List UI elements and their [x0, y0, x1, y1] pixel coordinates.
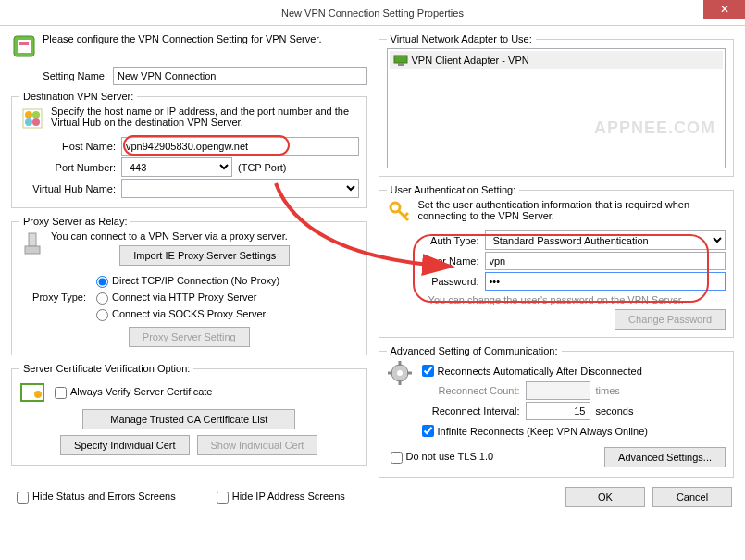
destination-desc: Specify the host name or IP address, and…: [51, 106, 359, 128]
cancel-button[interactable]: Cancel: [652, 487, 732, 507]
close-button[interactable]: ✕: [703, 0, 745, 19]
proxy-radio-socks[interactable]: [96, 309, 108, 321]
svg-rect-14: [398, 63, 404, 66]
cert-legend: Server Certificate Verification Option:: [19, 363, 193, 374]
change-password-button[interactable]: Change Password: [615, 309, 726, 330]
window-title: New VPN Connection Setting Properties: [281, 7, 464, 19]
adapter-legend: Virtual Network Adapter to Use:: [387, 33, 536, 44]
password-hint: You can change the user's password on th…: [387, 294, 726, 305]
auth-type-select[interactable]: Standard Password Authentication: [485, 230, 726, 250]
setting-name-input[interactable]: [113, 67, 367, 85]
password-input[interactable]: [485, 272, 726, 291]
adapter-list[interactable]: VPN Client Adapter - VPN APPNEE.COM: [387, 48, 726, 168]
reconnect-interval-label: Reconnect Interval:: [418, 405, 526, 417]
no-tls-checkbox[interactable]: Do not use TLS 1.0: [387, 449, 494, 467]
hide-ip-checkbox[interactable]: Hide IP Address Screens: [213, 489, 345, 506]
hub-select[interactable]: [121, 179, 359, 198]
reconnect-count-input[interactable]: [526, 381, 590, 400]
certificate-icon: [19, 380, 45, 405]
destination-legend: Destination VPN Server:: [19, 91, 137, 102]
import-proxy-button[interactable]: Import IE Proxy Server Settings: [119, 245, 290, 266]
port-label: Port Number:: [19, 162, 121, 173]
auth-legend: User Authentication Setting:: [387, 184, 520, 195]
host-label: Host Name:: [19, 141, 121, 152]
proxy-radio-direct[interactable]: [96, 276, 108, 288]
advanced-settings-button[interactable]: Advanced Settings...: [604, 447, 726, 467]
specify-cert-button[interactable]: Specify Individual Cert: [60, 435, 189, 455]
hide-status-checkbox[interactable]: Hide Status and Errors Screens: [13, 489, 176, 506]
proxy-group: Proxy Server as Relay: You can connect t…: [11, 216, 367, 355]
proxy-opt-socks[interactable]: Connect via SOCKS Proxy Server: [92, 306, 279, 321]
auth-desc: Set the user authentication information …: [418, 199, 726, 221]
manage-ca-button[interactable]: Manage Trusted CA Certificate List: [82, 409, 295, 429]
proxy-opt-direct[interactable]: Direct TCP/IP Connection (No Proxy): [92, 273, 279, 288]
advanced-legend: Advanced Setting of Communication:: [387, 345, 562, 356]
gear-icon: [387, 360, 413, 386]
interval-unit: seconds: [596, 405, 634, 417]
svg-point-17: [397, 370, 403, 376]
proxy-desc: You can connect to a VPN Server via a pr…: [51, 230, 359, 242]
proxy-icon: [19, 230, 45, 256]
settings-icon: [11, 33, 37, 59]
svg-rect-2: [19, 42, 29, 45]
titlebar: New VPN Connection Setting Properties ✕: [0, 0, 745, 26]
svg-point-5: [32, 111, 40, 118]
svg-rect-13: [394, 56, 407, 63]
svg-point-7: [32, 118, 40, 126]
show-cert-button[interactable]: Show Individual Cert: [197, 435, 318, 455]
intro-text: Please configure the VPN Connection Sett…: [43, 33, 321, 44]
reconnect-auto-checkbox[interactable]: Reconnects Automatically After Disconnec…: [418, 362, 726, 380]
setting-name-label: Setting Name:: [11, 70, 113, 81]
advanced-group: Advanced Setting of Communication: Recon…: [379, 345, 735, 478]
svg-point-6: [25, 118, 32, 126]
count-unit: times: [596, 385, 620, 396]
auth-type-label: Auth Type:: [420, 235, 485, 246]
keys-icon: [387, 199, 413, 225]
destination-group: Destination VPN Server: Specify the host…: [11, 91, 367, 208]
adapter-group: Virtual Network Adapter to Use: VPN Clie…: [379, 33, 735, 177]
auth-group: User Authentication Setting: Set the use…: [379, 184, 735, 338]
svg-point-4: [25, 111, 32, 118]
server-icon: [19, 106, 45, 131]
always-verify-checkbox[interactable]: Always Verify Server Certificate: [51, 384, 212, 402]
username-input[interactable]: [485, 252, 726, 270]
infinite-checkbox[interactable]: Infinite Reconnects (Keep VPN Always Onl…: [418, 422, 726, 440]
proxy-opt-http[interactable]: Connect via HTTP Proxy Server: [92, 290, 279, 305]
proxy-radio-http[interactable]: [96, 292, 108, 305]
adapter-icon: [393, 53, 408, 68]
ok-button[interactable]: OK: [565, 487, 645, 507]
proxy-setting-button[interactable]: Proxy Server Setting: [129, 327, 250, 347]
proxy-legend: Proxy Server as Relay:: [19, 216, 130, 227]
adapter-item[interactable]: VPN Client Adapter - VPN: [390, 51, 724, 69]
port-select[interactable]: 443: [121, 157, 232, 177]
password-label: Password:: [420, 276, 485, 287]
cert-group: Server Certificate Verification Option: …: [11, 363, 367, 466]
username-label: User Name:: [420, 255, 485, 267]
reconnect-interval-input[interactable]: [526, 402, 590, 420]
watermark: APPNEE.COM: [594, 118, 715, 138]
proxy-type-label: Proxy Type:: [19, 292, 92, 303]
port-hint: (TCP Port): [238, 162, 286, 173]
svg-rect-9: [25, 246, 40, 254]
svg-rect-3: [23, 109, 42, 128]
svg-point-12: [34, 391, 42, 398]
hub-label: Virtual Hub Name:: [19, 183, 121, 194]
svg-rect-8: [29, 233, 36, 246]
host-input[interactable]: [121, 137, 359, 156]
reconnect-count-label: Reconnect Count:: [418, 385, 526, 396]
